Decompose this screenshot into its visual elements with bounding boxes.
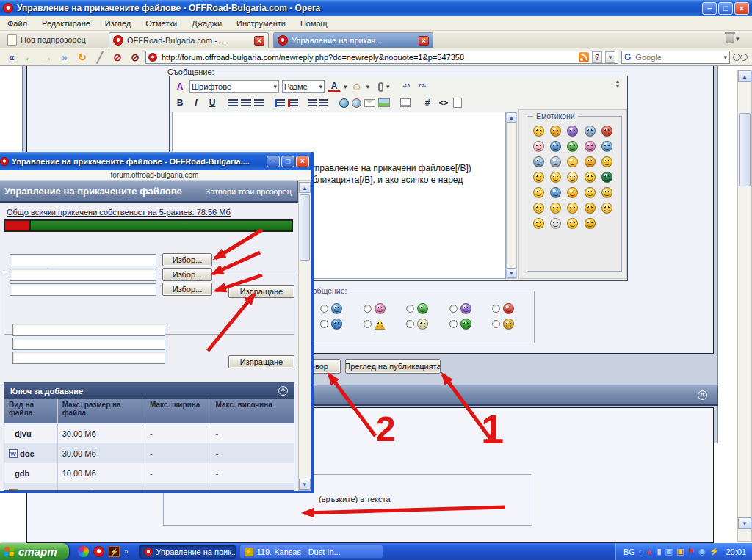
- popup-close-button[interactable]: ×: [296, 156, 309, 167]
- radio-icon[interactable]: [320, 320, 328, 328]
- restore-button[interactable]: □: [718, 2, 733, 15]
- url-input-3[interactable]: [12, 352, 165, 364]
- page-scroll-down-icon[interactable]: ▼: [738, 517, 751, 529]
- smiley-icon[interactable]: [585, 203, 596, 214]
- wrap-page-icon[interactable]: [453, 98, 462, 108]
- popup-scroll-down-icon[interactable]: ▼: [299, 479, 311, 490]
- popup-maximize-button[interactable]: □: [281, 156, 294, 167]
- radio-icon[interactable]: [364, 320, 372, 328]
- search-input[interactable]: [634, 52, 720, 62]
- radio-icon[interactable]: [364, 305, 372, 313]
- reload-icon[interactable]: ↻: [75, 51, 90, 63]
- radio-icon[interactable]: [320, 305, 328, 313]
- smiley-icon[interactable]: [533, 126, 544, 137]
- smiley-icon[interactable]: [585, 172, 596, 183]
- rss-icon[interactable]: [579, 52, 589, 62]
- address-dropdown-icon[interactable]: ▾: [605, 51, 615, 63]
- back-icon[interactable]: ←: [22, 51, 37, 63]
- tray-shield-icon[interactable]: ▮: [657, 548, 661, 556]
- fast-forward-icon[interactable]: »: [57, 51, 72, 63]
- smiley-icon[interactable]: [585, 141, 596, 152]
- textarea-scrollbar[interactable]: ▲ ▼: [506, 112, 517, 279]
- smiley-icon[interactable]: [585, 187, 596, 198]
- radio-icon[interactable]: [406, 305, 414, 313]
- undo-icon[interactable]: ↶: [400, 81, 413, 92]
- post-icon-option[interactable]: [406, 319, 436, 330]
- html-icon[interactable]: <>: [437, 97, 450, 109]
- post-icon-option[interactable]: [449, 319, 480, 330]
- color-dropdown-icon[interactable]: ▾: [344, 83, 347, 90]
- align-right-icon[interactable]: [254, 99, 264, 107]
- align-center-icon[interactable]: [241, 99, 251, 107]
- menu-item[interactable]: Файл: [7, 19, 27, 28]
- quote-icon[interactable]: [400, 98, 411, 107]
- page-scrollbar[interactable]: ▲ ▼: [737, 70, 752, 542]
- font-color-icon[interactable]: A: [328, 81, 341, 92]
- popup-scrollbar[interactable]: ▲ ▼: [298, 181, 311, 491]
- table-collapse-icon[interactable]: ^: [278, 386, 288, 396]
- smiley-icon[interactable]: [567, 141, 578, 152]
- popup-minimize-button[interactable]: –: [267, 156, 280, 167]
- insert-link-icon[interactable]: [339, 98, 349, 108]
- url-input-1[interactable]: [12, 324, 165, 336]
- quicklaunch-more-icon[interactable]: »: [124, 548, 129, 556]
- smiley-icon[interactable]: [550, 187, 561, 198]
- forward-icon[interactable]: →: [40, 51, 54, 63]
- rewind-icon[interactable]: «: [4, 51, 19, 63]
- address-input[interactable]: [160, 52, 576, 62]
- menu-item[interactable]: Отметки: [145, 19, 177, 28]
- radio-icon[interactable]: [449, 320, 458, 328]
- tray-network-icon[interactable]: ▣: [665, 548, 672, 556]
- align-left-icon[interactable]: [228, 99, 238, 107]
- smiley-icon[interactable]: [533, 187, 544, 198]
- menu-item[interactable]: Изглед: [105, 19, 131, 28]
- tray-triangle-icon[interactable]: ▲: [645, 548, 653, 556]
- smiley-icon[interactable]: [601, 203, 612, 214]
- minimize-button[interactable]: –: [702, 2, 717, 15]
- post-icon-option[interactable]: [449, 303, 480, 314]
- bold-icon[interactable]: B: [173, 97, 187, 109]
- new-tab-button[interactable]: Нов подпрозорец: [3, 33, 90, 46]
- smiley-icon[interactable]: [601, 126, 612, 137]
- smiley-icon[interactable]: [533, 172, 544, 183]
- note-icon[interactable]: ╱: [93, 51, 107, 63]
- bullet-list-icon[interactable]: [288, 99, 298, 107]
- smiley-icon[interactable]: [601, 172, 612, 183]
- post-icon-option[interactable]: [364, 319, 394, 330]
- menu-item[interactable]: Редактиране: [42, 19, 90, 28]
- task-opera[interactable]: Управление на прик...: [139, 545, 236, 559]
- post-icon-option[interactable]: [364, 303, 394, 314]
- tab-close-icon[interactable]: ×: [254, 36, 264, 46]
- toolbar-resize-arrows[interactable]: ▴▾: [616, 79, 619, 89]
- smilies-icon[interactable]: ☺: [350, 81, 364, 92]
- post-icon-option[interactable]: [320, 303, 350, 314]
- upload-local-button[interactable]: Изпращане: [228, 285, 294, 298]
- radio-icon[interactable]: [492, 320, 500, 328]
- radio-icon[interactable]: [406, 320, 414, 328]
- scroll-up-icon[interactable]: ▲: [507, 112, 516, 123]
- popup-scroll-thumb[interactable]: [300, 194, 310, 261]
- tray-hide-icon[interactable]: ‹: [639, 548, 642, 556]
- smiley-icon[interactable]: [585, 156, 596, 167]
- popup-scroll-up-icon[interactable]: ▲: [299, 182, 311, 193]
- smiley-icon[interactable]: [533, 218, 544, 229]
- tab-attachments[interactable]: Управление на прикач... ×: [273, 32, 433, 48]
- smilies-dropdown-icon[interactable]: ▾: [366, 83, 370, 90]
- url-input-2[interactable]: [12, 338, 165, 350]
- ordered-list-icon[interactable]: [275, 99, 285, 107]
- search-dropdown-icon[interactable]: ▾: [723, 54, 727, 61]
- font-select[interactable]: Шрифтове▾: [189, 80, 279, 93]
- quicklaunch-opera-icon[interactable]: [93, 546, 104, 557]
- insert-image-icon[interactable]: [378, 98, 390, 107]
- smiley-icon[interactable]: [601, 141, 612, 152]
- language-indicator[interactable]: BG: [623, 548, 635, 556]
- insert-email-icon[interactable]: [364, 99, 375, 107]
- smiley-icon[interactable]: [567, 203, 578, 214]
- task-winamp[interactable]: ⚡ 119. Kansas - Dust In...: [239, 545, 383, 559]
- menu-item[interactable]: Помощ: [300, 19, 328, 28]
- smiley-icon[interactable]: [567, 218, 578, 229]
- page-scroll-thumb[interactable]: [739, 113, 751, 186]
- popup-close-window-link[interactable]: Затвори този прозорец: [205, 187, 292, 196]
- post-icon-option[interactable]: [320, 319, 350, 330]
- scroll-down-icon[interactable]: ▼: [507, 268, 516, 278]
